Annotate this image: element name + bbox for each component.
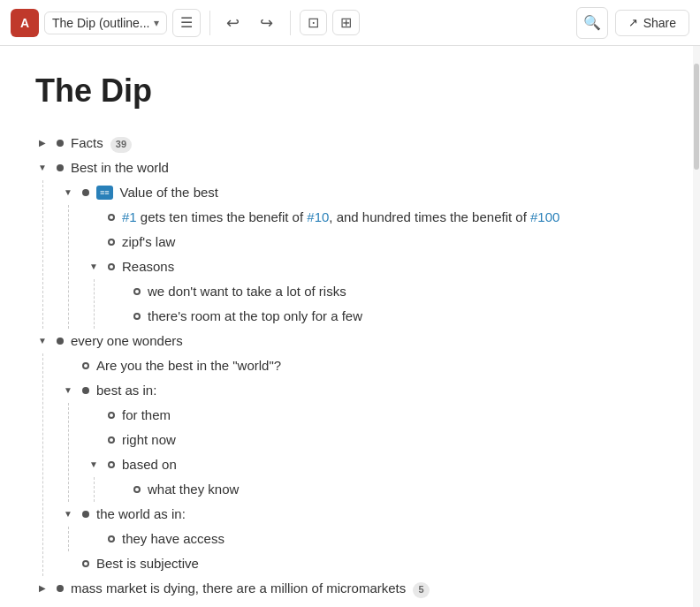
outline-tree: Facts 39 Best in the world bbox=[35, 131, 658, 601]
item-text-are-you-best: Are you the best in the "world"? bbox=[96, 355, 281, 376]
share-button[interactable]: ↗ Share bbox=[615, 10, 689, 36]
share-label: Share bbox=[643, 16, 676, 30]
bullet-gets-ten bbox=[108, 214, 115, 221]
tree-row-best-as-in: best as in: bbox=[61, 378, 658, 403]
children-reasons: we don't want to take a lot of risks the… bbox=[94, 279, 658, 329]
item-text-value-best: Value of the best bbox=[120, 182, 218, 203]
tree-item-mass-market: mass market is dying, there are a millio… bbox=[35, 576, 658, 601]
bullet-right-now bbox=[108, 436, 115, 444]
bullet-dont-risks bbox=[133, 288, 141, 295]
share-icon: ↗ bbox=[628, 16, 638, 29]
bullet-zipfs bbox=[108, 239, 115, 246]
bullet-best-world bbox=[57, 164, 64, 171]
gets-ten-link1[interactable]: #10 bbox=[307, 209, 329, 224]
app-icon[interactable]: A bbox=[11, 9, 39, 37]
view1-button[interactable]: ⊡ bbox=[300, 10, 327, 35]
redo-button[interactable]: ↪ bbox=[253, 9, 281, 37]
bullet-are-you-best bbox=[82, 362, 89, 369]
bullet-room-top bbox=[133, 313, 141, 320]
tree-row-zipfs: zipf's law bbox=[87, 230, 658, 254]
toggle-world-as-in[interactable] bbox=[61, 507, 75, 521]
view1-icon: ⊡ bbox=[308, 14, 319, 31]
item-text-best-world: Best in the world bbox=[71, 157, 169, 178]
undo-button[interactable]: ↩ bbox=[219, 9, 247, 37]
children-based-on: what they know bbox=[94, 477, 658, 502]
item-text-zipfs: zipf's law bbox=[122, 231, 175, 253]
tree-row-everyone-wonders: every one wonders bbox=[35, 329, 658, 353]
scrollbar[interactable] bbox=[693, 46, 700, 607]
item-text-based-on: based on bbox=[122, 454, 177, 475]
facts-badge: 39 bbox=[110, 137, 132, 153]
toolbar-divider bbox=[209, 11, 210, 35]
gets-ten-part2: gets ten times the benefit of bbox=[137, 209, 308, 224]
tree-item-best-world: Best in the world ≡≡ Value of the best bbox=[35, 156, 658, 329]
tree-row-facts: Facts 39 bbox=[35, 131, 658, 156]
toggle-value-best[interactable] bbox=[61, 186, 75, 200]
item-text-have-access: they have access bbox=[122, 528, 224, 550]
toggle-best-world[interactable] bbox=[35, 161, 49, 175]
tree-row-best-subjective: Best is subjective bbox=[61, 551, 658, 576]
tree-item-dont-risks: we don't want to take a lot of risks bbox=[112, 279, 658, 304]
tree-item-best-as-in: best as in: for them bbox=[61, 378, 658, 502]
bullet-world-as-in bbox=[82, 511, 89, 518]
bullet-mass-market bbox=[57, 585, 64, 592]
toggle-based-on[interactable] bbox=[87, 458, 101, 472]
hamburger-icon: ☰ bbox=[180, 14, 193, 31]
item-text-right-now: right now bbox=[122, 429, 176, 451]
tree-item-everyone-wonders: every one wonders Are you the best in th… bbox=[35, 329, 658, 576]
bullet-reasons bbox=[108, 263, 115, 270]
document-area: The Dip Facts 39 Best in bbox=[0, 46, 693, 607]
bullet-based-on bbox=[108, 461, 115, 468]
item-text-everyone-wonders: every one wonders bbox=[71, 330, 183, 352]
bullet-value-best bbox=[82, 189, 89, 196]
toggle-reasons[interactable] bbox=[87, 260, 101, 274]
children-best-as-in: for them right now bbox=[68, 403, 658, 502]
view2-icon: ⊞ bbox=[340, 14, 352, 31]
item-text-what-they-know: what they know bbox=[148, 479, 239, 500]
tree-item-right-now: right now bbox=[87, 428, 658, 452]
tree-row-dont-risks: we don't want to take a lot of risks bbox=[112, 279, 658, 304]
menu-button[interactable]: ☰ bbox=[172, 9, 201, 37]
tree-row-for-them: for them bbox=[87, 403, 658, 428]
doc-title-text: The Dip (outline... bbox=[52, 16, 150, 30]
doc-title-button[interactable]: The Dip (outline... ▾ bbox=[44, 11, 167, 34]
tree-row-world-as-in: the world as in: bbox=[61, 502, 658, 527]
toolbar-left: A The Dip (outline... ▾ ☰ ↩ ↪ ⊡ ⊞ bbox=[11, 9, 360, 37]
tree-item-room-top: there's room at the top only for a few bbox=[112, 304, 658, 329]
tree-row-have-access: they have access bbox=[87, 527, 658, 551]
toolbar-divider-2 bbox=[290, 11, 291, 35]
bullet-everyone-wonders bbox=[57, 338, 64, 345]
toolbar-right: 🔍 ↗ Share bbox=[576, 7, 689, 39]
tree-item-for-them: for them bbox=[87, 403, 658, 428]
item-text-best-as-in: best as in: bbox=[96, 380, 156, 401]
mass-market-label: mass market is dying, there are a millio… bbox=[71, 580, 406, 596]
document-title: The Dip bbox=[35, 72, 658, 110]
toggle-mass-market[interactable] bbox=[35, 581, 49, 596]
tree-row-are-you-best: Are you the best in the "world"? bbox=[61, 353, 658, 378]
gets-ten-link2[interactable]: #100 bbox=[530, 209, 559, 224]
toolbar: A The Dip (outline... ▾ ☰ ↩ ↪ ⊡ ⊞ 🔍 ↗ Sh… bbox=[0, 0, 700, 46]
tree-row-based-on: based on bbox=[87, 452, 658, 477]
view2-button[interactable]: ⊞ bbox=[332, 10, 360, 35]
item-text-reasons: Reasons bbox=[122, 256, 174, 277]
tree-item-what-they-know: what they know bbox=[112, 477, 658, 502]
children-best-world: ≡≡ Value of the best #1 gets ten ti bbox=[42, 180, 658, 329]
bullet-best-subjective bbox=[82, 560, 89, 567]
undo-icon: ↩ bbox=[226, 13, 240, 33]
search-icon: 🔍 bbox=[583, 14, 601, 31]
search-button[interactable]: 🔍 bbox=[576, 7, 608, 39]
item-text-mass-market: mass market is dying, there are a millio… bbox=[71, 578, 430, 599]
chevron-down-icon: ▾ bbox=[154, 17, 159, 29]
bullet-best-as-in bbox=[82, 387, 89, 394]
toggle-facts[interactable] bbox=[35, 136, 49, 150]
toggle-everyone-wonders[interactable] bbox=[35, 334, 49, 348]
tree-row-gets-ten: #1 gets ten times the benefit of #10, an… bbox=[87, 205, 658, 230]
item-text-facts: Facts 39 bbox=[71, 133, 132, 154]
facts-label: Facts bbox=[71, 135, 103, 150]
toggle-best-as-in[interactable] bbox=[61, 383, 75, 398]
tree-item-based-on: based on what they know bbox=[87, 452, 658, 502]
children-everyone-wonders: Are you the best in the "world"? best as… bbox=[42, 353, 658, 576]
scrollbar-thumb[interactable] bbox=[694, 64, 699, 170]
item-text-gets-ten: #1 gets ten times the benefit of #10, an… bbox=[122, 207, 559, 228]
children-world-as-in: they have access bbox=[68, 527, 658, 551]
